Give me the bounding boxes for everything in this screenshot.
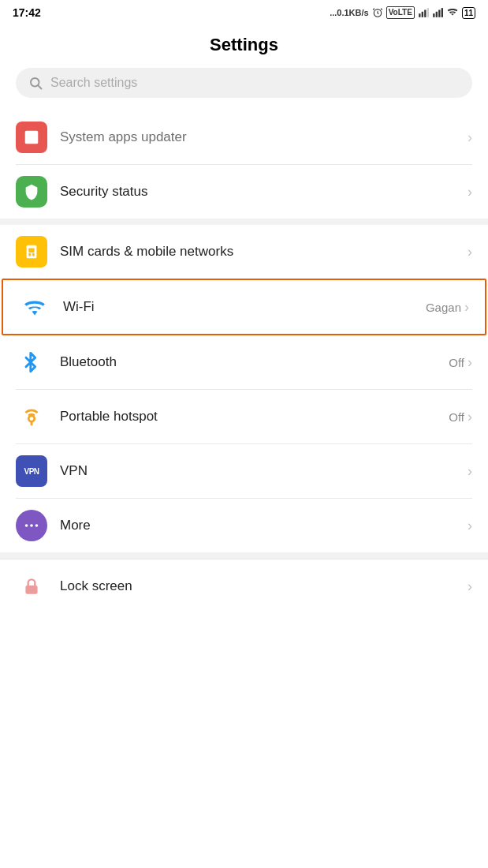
system-apps-chevron: › xyxy=(468,129,472,146)
more-icon xyxy=(16,510,47,541)
svg-rect-4 xyxy=(427,8,429,17)
signal-icon-2 xyxy=(432,7,443,18)
svg-point-19 xyxy=(30,524,33,527)
svg-point-20 xyxy=(35,524,39,527)
status-bar: 17:42 ...0.1KB/s VoLTE 1 xyxy=(0,0,488,22)
section-divider-2 xyxy=(0,552,488,559)
svg-rect-5 xyxy=(433,13,434,17)
sim-label: SIM cards & mobile networks xyxy=(60,244,468,260)
svg-rect-1 xyxy=(419,13,420,17)
search-container: Search settings xyxy=(0,65,488,110)
wifi-status-icon xyxy=(446,7,459,18)
settings-list: System apps updater › Security status › … xyxy=(0,110,488,613)
more-chevron: › xyxy=(468,518,472,534)
bluetooth-value: Off xyxy=(449,356,464,369)
settings-item-sim-cards[interactable]: SIM cards & mobile networks › xyxy=(0,225,488,279)
wifi-value: Gagan xyxy=(426,301,461,314)
svg-rect-14 xyxy=(28,253,31,256)
lock-screen-label: Lock screen xyxy=(60,578,468,594)
security-chevron: › xyxy=(468,184,472,200)
settings-item-bluetooth[interactable]: Bluetooth Off › xyxy=(0,335,488,389)
status-right: ...0.1KB/s VoLTE 11 xyxy=(330,6,475,19)
svg-point-18 xyxy=(25,524,28,527)
vpn-icon: VPN xyxy=(16,455,47,487)
svg-rect-7 xyxy=(438,10,440,17)
volte-icon: VoLTE xyxy=(386,6,415,19)
search-icon xyxy=(28,76,43,90)
hotspot-chevron: › xyxy=(468,409,472,425)
more-label: More xyxy=(60,518,468,533)
svg-rect-6 xyxy=(436,12,438,17)
bluetooth-chevron: › xyxy=(468,354,472,371)
battery-icon: 11 xyxy=(462,7,475,19)
bluetooth-icon xyxy=(16,346,47,378)
sim-chevron: › xyxy=(468,244,472,260)
svg-rect-21 xyxy=(25,586,37,594)
security-label: Security status xyxy=(60,184,468,200)
svg-rect-8 xyxy=(441,8,443,17)
hotspot-icon xyxy=(16,401,47,432)
svg-rect-11 xyxy=(25,131,39,144)
settings-item-vpn[interactable]: VPN VPN › xyxy=(0,444,488,498)
hotspot-value: Off xyxy=(449,410,464,424)
search-bar[interactable]: Search settings xyxy=(16,68,472,98)
svg-rect-2 xyxy=(422,12,423,17)
settings-item-lock-screen[interactable]: Lock screen › xyxy=(0,559,488,613)
svg-rect-3 xyxy=(424,10,426,17)
svg-line-10 xyxy=(38,85,41,88)
page-title: Settings xyxy=(0,22,488,65)
system-apps-icon xyxy=(16,122,47,153)
settings-item-system-apps-updater[interactable]: System apps updater › xyxy=(0,110,488,164)
vpn-label: VPN xyxy=(60,463,468,479)
lock-screen-chevron: › xyxy=(468,578,472,595)
vpn-chevron: › xyxy=(468,463,472,480)
search-placeholder: Search settings xyxy=(50,76,137,90)
system-apps-label: System apps updater xyxy=(60,129,468,145)
alarm-icon xyxy=(372,7,383,18)
bluetooth-label: Bluetooth xyxy=(60,354,449,370)
network-speed: ...0.1KB/s xyxy=(330,8,369,17)
wifi-label: Wi-Fi xyxy=(63,299,426,315)
section-divider-1 xyxy=(0,219,488,225)
wifi-icon xyxy=(19,291,50,323)
security-icon xyxy=(16,176,47,208)
settings-item-hotspot[interactable]: Portable hotspot Off › xyxy=(0,390,488,443)
svg-rect-15 xyxy=(32,253,35,256)
status-time: 17:42 xyxy=(13,6,41,19)
sim-icon xyxy=(16,236,47,268)
settings-item-security-status[interactable]: Security status › xyxy=(0,165,488,219)
hotspot-label: Portable hotspot xyxy=(60,409,449,425)
wifi-chevron: › xyxy=(464,299,469,316)
settings-item-wifi[interactable]: Wi-Fi Gagan › xyxy=(2,279,486,335)
signal-icon-1 xyxy=(418,7,429,18)
battery-level: 11 xyxy=(464,9,473,17)
svg-point-16 xyxy=(28,416,35,422)
lock-icon xyxy=(16,571,47,602)
settings-item-more[interactable]: More › xyxy=(0,499,488,552)
svg-rect-13 xyxy=(28,248,34,253)
